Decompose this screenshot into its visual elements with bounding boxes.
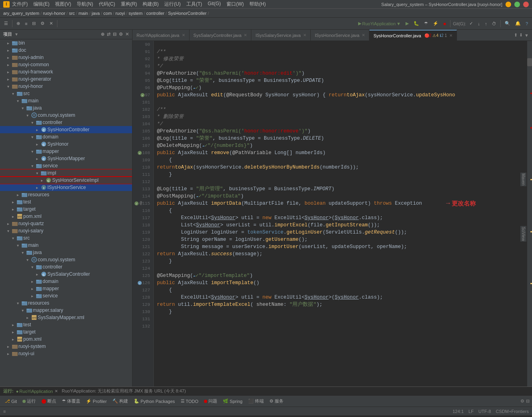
tree-item-bin[interactable]: ▸bin [0, 39, 132, 47]
help-btn[interactable]: ? [524, 20, 530, 27]
tree-item-mapper2[interactable]: ▸mapper [0, 285, 132, 292]
tree-arrow-service[interactable]: ▾ [29, 164, 35, 168]
tree-item-ISysHonorService[interactable]: ▸IISysHonorService [0, 184, 132, 191]
bottom-git[interactable]: ⎇ Git [2, 398, 19, 405]
bottom-service[interactable]: ⚙ 服务 [267, 397, 286, 405]
tree-arrow-java[interactable]: ▾ [19, 106, 26, 110]
menu-view[interactable]: 视图(V) [55, 1, 71, 8]
tree-arrow-ruoyi-admin[interactable]: ▸ [5, 55, 11, 60]
layout-icon[interactable]: ⊟ [526, 399, 530, 404]
menu-code[interactable]: 代码(C) [99, 1, 115, 8]
tree-arrow-domain[interactable]: ▾ [29, 135, 35, 139]
tree-arrow-java2[interactable]: ▾ [19, 250, 26, 255]
bottom-problems[interactable]: 问题 [202, 397, 220, 405]
bc-part-9[interactable]: SysHonorController [168, 11, 207, 16]
toolbar-add[interactable]: ⊕ [15, 20, 22, 27]
tree-item-java[interactable]: ▾java [0, 104, 132, 112]
menu-help[interactable]: 帮助(H) [249, 1, 266, 8]
sidebar-collapse-icon[interactable]: ⊟ [113, 32, 116, 37]
bc-part-3[interactable]: main [78, 11, 88, 16]
bc-part-0[interactable]: ary_query_system [3, 11, 39, 16]
bottom-terminal[interactable]: ⬛ 终端 [246, 397, 266, 405]
tree-item-domain2[interactable]: ▸domain [0, 278, 132, 285]
tree-item-ruoyi-ui[interactable]: ▸ruoyi-ui [0, 350, 132, 357]
tree-arrow-resources2[interactable]: ▾ [14, 301, 21, 305]
tree-arrow-SysSalaryController[interactable]: ▸ [34, 272, 40, 277]
bc-part-1[interactable]: ruoyi-honor [43, 11, 65, 16]
search-everywhere-btn[interactable]: 🔍 [503, 20, 512, 27]
tree-item-SysHonorServiceImpl[interactable]: ▸CSysHonorServiceImpl [0, 177, 132, 184]
tree-item-ruoyi-quartz[interactable]: ▸ruoyi-quartz [0, 220, 132, 227]
tree-arrow-ruoyi-framework[interactable]: ▸ [5, 70, 11, 74]
tree-item-src[interactable]: ▾src [0, 90, 132, 97]
toolbar-project-toggle[interactable]: ☰ [2, 20, 10, 27]
code-editor[interactable]: 90919293949596✓97101102103104105106107✓1… [132, 41, 532, 386]
tree-arrow-mapper.salary[interactable]: ▾ [19, 308, 26, 313]
git-commit-btn[interactable]: ✓ [468, 20, 475, 27]
git-push-btn[interactable]: ↑ [483, 20, 489, 27]
bottom-run[interactable]: 运行 [20, 397, 38, 405]
tree-arrow-pom.xml[interactable]: ▸ [10, 214, 16, 219]
tree-item-service2[interactable]: ▸service [0, 292, 132, 299]
tree-arrow-pom2[interactable]: ▸ [10, 337, 16, 342]
tree-item-target2[interactable]: ▸target [0, 328, 132, 336]
sidebar-tree[interactable]: ▸bin▸doc▸ruoyi-admin▸ruoyi-common▸ruoyi-… [0, 39, 132, 386]
tree-item-main2[interactable]: ▾main [0, 242, 132, 249]
bc-part-2[interactable]: src [69, 11, 75, 16]
sidebar-dropdown-icon[interactable]: ▼ [14, 32, 18, 37]
toolbar-close[interactable]: ✕ [48, 20, 55, 27]
tree-item-domain[interactable]: ▾domain [0, 133, 132, 140]
close-button[interactable] [523, 2, 529, 7]
tree-item-src2[interactable]: ▾src [0, 234, 132, 242]
toolbar-debug-btn[interactable]: 🐛 [412, 20, 421, 27]
toolbar-coverage-btn[interactable]: ☂ [422, 20, 430, 27]
menu-tools[interactable]: 工具(T) [186, 1, 202, 8]
tab-overflow-btn[interactable]: ▼ [524, 33, 529, 38]
tab-close-ihonor[interactable]: ✕ [362, 33, 365, 37]
tree-arrow-ruoyi-honor[interactable]: ▾ [5, 84, 11, 89]
tree-item-ruoyi-system[interactable]: ▸ruoyi-system [0, 343, 132, 350]
notifications-btn[interactable]: 🔔 [514, 20, 522, 27]
toolbar-run-btn[interactable]: ▶ [404, 20, 410, 27]
tree-arrow-domain2[interactable]: ▸ [29, 279, 35, 284]
sidebar-config-icon[interactable]: ⚙ [119, 32, 123, 37]
tree-item-SysHonorController[interactable]: ▸CSysHonorController [0, 126, 132, 133]
bottom-spring[interactable]: 🌿 Spring [220, 398, 245, 405]
tree-item-ruoyi-admin[interactable]: ▸ruoyi-admin [0, 54, 132, 61]
bc-part-5[interactable]: com [104, 11, 112, 16]
maven-side-label[interactable]: Maven [520, 173, 526, 186]
menu-nav[interactable]: 导航(N) [77, 1, 93, 8]
tree-arrow-src2[interactable]: ▾ [10, 236, 16, 240]
tree-item-doc[interactable]: ▸doc [0, 47, 132, 54]
tab-close-isalary[interactable]: ✕ [303, 33, 306, 37]
tree-arrow-ISysHonorService[interactable]: ▸ [34, 185, 40, 190]
tree-item-ruoyi-framework[interactable]: ▸ruoyi-framework [0, 68, 132, 75]
sciview-side-label[interactable]: SciView [520, 226, 526, 242]
tree-arrow-ruoyi-system[interactable]: ▸ [5, 344, 11, 349]
tree-item-target[interactable]: ▸target [0, 205, 132, 213]
tree-item-mapper.salary[interactable]: ▾mapper.salary [0, 307, 132, 314]
tab-close-honor[interactable]: ✕ [449, 33, 453, 38]
tree-item-controller[interactable]: ▾controller [0, 119, 132, 126]
editor-scrollbar[interactable] [527, 41, 532, 386]
tree-arrow-SysHonorMapper[interactable]: ▸ [34, 157, 40, 161]
bc-part-4[interactable]: java [92, 11, 100, 16]
bottom-python[interactable]: 🐍 Python Packages [131, 398, 177, 405]
tab-honor-ctrl[interactable]: SysHonorController.java 🔴2 ⚠4 ℹ2 1 ✕ [369, 30, 457, 41]
tree-arrow-mapper2[interactable]: ▸ [29, 287, 35, 291]
menu-build[interactable]: 构建(B) [143, 1, 159, 8]
tree-item-resources2[interactable]: ▾resources [0, 299, 132, 307]
encoding[interactable]: UTF-8 [479, 409, 491, 414]
tree-arrow-target2[interactable]: ▸ [10, 330, 16, 334]
menu-run[interactable]: 运行(U) [164, 1, 181, 8]
menu-file[interactable]: 文件(F) [12, 1, 28, 8]
tab-ruoyi-app[interactable]: RuoYiApplication.java ✕ [132, 30, 190, 41]
bottom-build[interactable]: 🔨 构建 [110, 397, 130, 405]
tree-arrow-SysHonorController[interactable]: ▸ [34, 128, 40, 132]
tree-arrow-test2[interactable]: ▸ [10, 323, 16, 327]
tab-close-salary[interactable]: ✕ [244, 33, 247, 37]
tree-arrow-impl[interactable]: ▾ [34, 171, 40, 175]
git-history-btn[interactable]: ⏱ [490, 20, 498, 27]
tree-arrow-resources[interactable]: ▸ [14, 193, 21, 197]
tab-isalary-svc[interactable]: ISysSalaryService.java ✕ [251, 30, 311, 41]
